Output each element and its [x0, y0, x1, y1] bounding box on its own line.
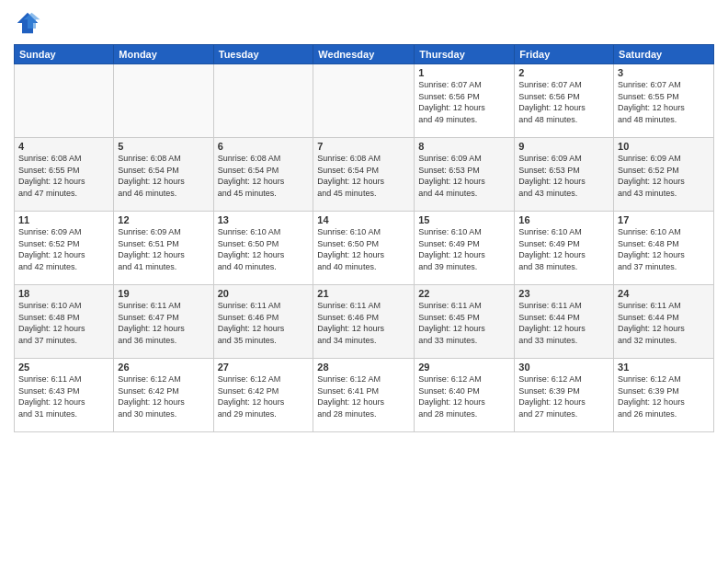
day-header-saturday: Saturday [614, 45, 714, 64]
day-info: Sunrise: 6:08 AMSunset: 6:54 PMDaylight:… [218, 154, 285, 198]
day-cell [15, 64, 114, 138]
day-info: Sunrise: 6:10 AMSunset: 6:49 PMDaylight:… [418, 227, 485, 271]
day-number: 2 [518, 67, 609, 78]
day-info: Sunrise: 6:09 AMSunset: 6:53 PMDaylight:… [418, 154, 485, 198]
day-cell: 2Sunrise: 6:07 AMSunset: 6:56 PMDaylight… [515, 64, 614, 138]
day-info: Sunrise: 6:10 AMSunset: 6:50 PMDaylight:… [317, 227, 384, 271]
day-cell: 3Sunrise: 6:07 AMSunset: 6:55 PMDaylight… [614, 64, 714, 138]
days-header-row: SundayMondayTuesdayWednesdayThursdayFrid… [15, 45, 714, 64]
day-cell: 25Sunrise: 6:11 AMSunset: 6:43 PMDayligh… [15, 359, 114, 432]
day-number: 10 [618, 141, 710, 152]
day-cell [213, 64, 313, 138]
week-row-4: 18Sunrise: 6:10 AMSunset: 6:48 PMDayligh… [15, 285, 714, 359]
logo-icon [14, 9, 41, 37]
day-cell: 26Sunrise: 6:12 AMSunset: 6:42 PMDayligh… [114, 359, 213, 432]
day-info: Sunrise: 6:09 AMSunset: 6:53 PMDaylight:… [518, 154, 586, 198]
day-info: Sunrise: 6:12 AMSunset: 6:42 PMDaylight:… [118, 374, 185, 419]
day-cell: 6Sunrise: 6:08 AMSunset: 6:54 PMDaylight… [213, 138, 313, 212]
day-cell: 4Sunrise: 6:08 AMSunset: 6:55 PMDaylight… [15, 138, 114, 212]
day-header-tuesday: Tuesday [213, 45, 313, 64]
day-number: 1 [418, 67, 510, 78]
day-cell: 15Sunrise: 6:10 AMSunset: 6:49 PMDayligh… [415, 212, 515, 285]
day-cell: 11Sunrise: 6:09 AMSunset: 6:52 PMDayligh… [15, 212, 114, 285]
day-info: Sunrise: 6:11 AMSunset: 6:47 PMDaylight:… [118, 301, 185, 345]
day-info: Sunrise: 6:07 AMSunset: 6:56 PMDaylight:… [418, 80, 485, 124]
day-number: 18 [18, 288, 109, 299]
day-info: Sunrise: 6:09 AMSunset: 6:52 PMDaylight:… [618, 154, 685, 198]
day-info: Sunrise: 6:12 AMSunset: 6:42 PMDaylight:… [218, 374, 285, 419]
day-number: 22 [418, 288, 510, 299]
day-info: Sunrise: 6:12 AMSunset: 6:39 PMDaylight:… [618, 374, 685, 419]
day-number: 21 [317, 288, 410, 299]
day-info: Sunrise: 6:11 AMSunset: 6:45 PMDaylight:… [418, 301, 485, 345]
day-cell: 1Sunrise: 6:07 AMSunset: 6:56 PMDaylight… [415, 64, 515, 138]
day-info: Sunrise: 6:11 AMSunset: 6:44 PMDaylight:… [518, 301, 586, 345]
day-cell: 12Sunrise: 6:09 AMSunset: 6:51 PMDayligh… [114, 212, 213, 285]
day-number: 17 [618, 214, 710, 225]
day-number: 30 [518, 362, 609, 373]
day-number: 16 [518, 214, 609, 225]
day-info: Sunrise: 6:07 AMSunset: 6:56 PMDaylight:… [518, 80, 586, 124]
day-info: Sunrise: 6:11 AMSunset: 6:46 PMDaylight:… [218, 301, 285, 345]
day-number: 9 [518, 141, 609, 152]
day-header-monday: Monday [114, 45, 213, 64]
day-number: 26 [118, 362, 209, 373]
day-info: Sunrise: 6:12 AMSunset: 6:40 PMDaylight:… [418, 374, 485, 419]
day-number: 11 [18, 214, 109, 225]
day-info: Sunrise: 6:10 AMSunset: 6:49 PMDaylight:… [518, 227, 586, 271]
day-number: 20 [218, 288, 310, 299]
day-info: Sunrise: 6:11 AMSunset: 6:43 PMDaylight:… [18, 374, 85, 419]
day-info: Sunrise: 6:11 AMSunset: 6:44 PMDaylight:… [618, 301, 685, 345]
day-cell [114, 64, 213, 138]
day-info: Sunrise: 6:08 AMSunset: 6:54 PMDaylight:… [118, 154, 185, 198]
day-cell: 23Sunrise: 6:11 AMSunset: 6:44 PMDayligh… [515, 285, 614, 359]
day-cell: 16Sunrise: 6:10 AMSunset: 6:49 PMDayligh… [515, 212, 614, 285]
day-cell: 21Sunrise: 6:11 AMSunset: 6:46 PMDayligh… [313, 285, 415, 359]
day-number: 6 [218, 141, 310, 152]
day-header-friday: Friday [515, 45, 614, 64]
day-cell: 19Sunrise: 6:11 AMSunset: 6:47 PMDayligh… [114, 285, 213, 359]
day-cell: 8Sunrise: 6:09 AMSunset: 6:53 PMDaylight… [415, 138, 515, 212]
day-cell: 14Sunrise: 6:10 AMSunset: 6:50 PMDayligh… [313, 212, 415, 285]
day-number: 3 [618, 67, 710, 78]
day-number: 24 [618, 288, 710, 299]
day-info: Sunrise: 6:09 AMSunset: 6:51 PMDaylight:… [118, 227, 185, 271]
logo [14, 9, 45, 37]
day-cell: 30Sunrise: 6:12 AMSunset: 6:39 PMDayligh… [515, 359, 614, 432]
day-cell: 5Sunrise: 6:08 AMSunset: 6:54 PMDaylight… [114, 138, 213, 212]
day-info: Sunrise: 6:08 AMSunset: 6:54 PMDaylight:… [317, 154, 384, 198]
day-number: 14 [317, 214, 410, 225]
day-cell [313, 64, 415, 138]
day-header-sunday: Sunday [15, 45, 114, 64]
day-number: 8 [418, 141, 510, 152]
week-row-1: 1Sunrise: 6:07 AMSunset: 6:56 PMDaylight… [15, 64, 714, 138]
day-number: 29 [418, 362, 510, 373]
day-cell: 18Sunrise: 6:10 AMSunset: 6:48 PMDayligh… [15, 285, 114, 359]
day-info: Sunrise: 6:11 AMSunset: 6:46 PMDaylight:… [317, 301, 384, 345]
day-cell: 20Sunrise: 6:11 AMSunset: 6:46 PMDayligh… [213, 285, 313, 359]
day-info: Sunrise: 6:08 AMSunset: 6:55 PMDaylight:… [18, 154, 85, 198]
day-cell: 13Sunrise: 6:10 AMSunset: 6:50 PMDayligh… [213, 212, 313, 285]
day-info: Sunrise: 6:09 AMSunset: 6:52 PMDaylight:… [18, 227, 85, 271]
day-cell: 9Sunrise: 6:09 AMSunset: 6:53 PMDaylight… [515, 138, 614, 212]
week-row-3: 11Sunrise: 6:09 AMSunset: 6:52 PMDayligh… [15, 212, 714, 285]
day-header-wednesday: Wednesday [313, 45, 415, 64]
calendar-container: SundayMondayTuesdayWednesdayThursdayFrid… [0, 0, 728, 563]
day-cell: 31Sunrise: 6:12 AMSunset: 6:39 PMDayligh… [614, 359, 714, 432]
day-cell: 27Sunrise: 6:12 AMSunset: 6:42 PMDayligh… [213, 359, 313, 432]
day-cell: 24Sunrise: 6:11 AMSunset: 6:44 PMDayligh… [614, 285, 714, 359]
day-cell: 10Sunrise: 6:09 AMSunset: 6:52 PMDayligh… [614, 138, 714, 212]
day-info: Sunrise: 6:12 AMSunset: 6:41 PMDaylight:… [317, 374, 384, 419]
day-cell: 22Sunrise: 6:11 AMSunset: 6:45 PMDayligh… [415, 285, 515, 359]
day-number: 31 [618, 362, 710, 373]
day-info: Sunrise: 6:10 AMSunset: 6:48 PMDaylight:… [618, 227, 685, 271]
day-number: 15 [418, 214, 510, 225]
week-row-5: 25Sunrise: 6:11 AMSunset: 6:43 PMDayligh… [15, 359, 714, 432]
day-cell: 29Sunrise: 6:12 AMSunset: 6:40 PMDayligh… [415, 359, 515, 432]
day-number: 27 [218, 362, 310, 373]
day-cell: 7Sunrise: 6:08 AMSunset: 6:54 PMDaylight… [313, 138, 415, 212]
day-number: 19 [118, 288, 209, 299]
header [14, 9, 714, 37]
day-info: Sunrise: 6:07 AMSunset: 6:55 PMDaylight:… [618, 80, 685, 124]
day-number: 13 [218, 214, 310, 225]
